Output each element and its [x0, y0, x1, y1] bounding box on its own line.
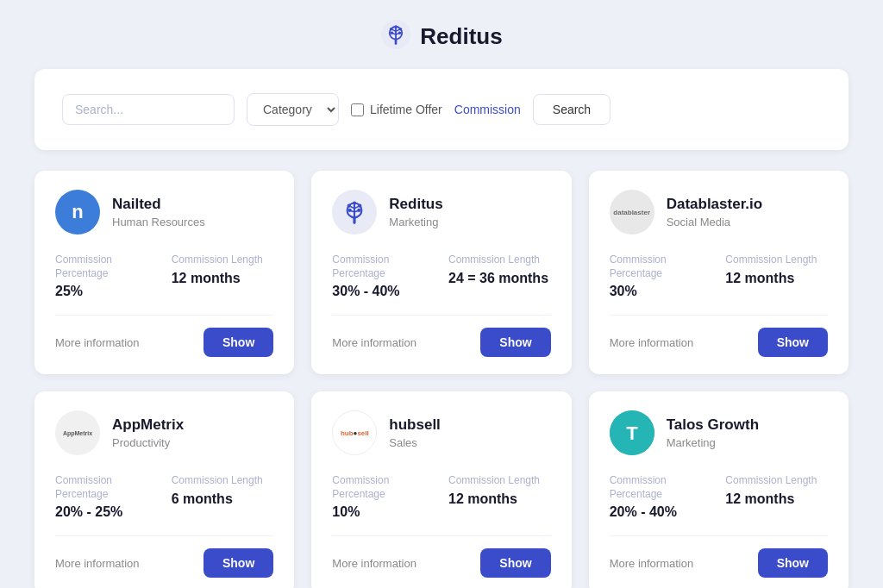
commission-percentage-label: Commission Percentage [55, 253, 158, 280]
card-header: datablaster Datablaster.io Social Media [610, 190, 828, 235]
commission-length-stat: Commission Length 6 months [172, 474, 274, 520]
cards-grid: n Nailted Human Resources Commission Per… [0, 171, 883, 588]
card-datablaster: datablaster Datablaster.io Social Media … [589, 171, 849, 374]
commission-length-label: Commission Length [172, 253, 274, 267]
commission-length-stat: Commission Length 12 months [725, 253, 828, 299]
card-footer: More information Show [55, 315, 273, 357]
commission-percentage-label: Commission Percentage [610, 474, 712, 501]
card-nailted: n Nailted Human Resources Commission Per… [34, 171, 294, 374]
card-info: Talos Growth Marketing [667, 416, 828, 449]
card-logo: AppMetrix [55, 410, 100, 455]
commission-percentage-stat: Commission Percentage 20% - 25% [55, 474, 158, 520]
card-category: Human Resources [112, 216, 273, 228]
card-category: Social Media [667, 216, 828, 228]
card-info: AppMetrix Productivity [112, 416, 273, 449]
commission-percentage-label: Commission Percentage [332, 253, 435, 280]
commission-percentage-label: Commission Percentage [55, 474, 158, 501]
commission-length-value: 12 months [172, 271, 274, 286]
card-header: AppMetrix AppMetrix Productivity [55, 410, 273, 455]
card-reditus: Reditus Marketing Commission Percentage … [311, 171, 571, 374]
commission-length-stat: Commission Length 12 months [448, 474, 551, 520]
commission-percentage-value: 30% [610, 284, 712, 299]
card-footer: More information Show [610, 315, 828, 357]
svg-point-22 [348, 209, 352, 212]
card-category: Marketing [389, 216, 550, 228]
commission-percentage-value: 30% - 40% [332, 284, 435, 299]
more-info-link[interactable]: More information [55, 557, 140, 570]
card-logo [332, 190, 377, 235]
card-footer: More information Show [332, 535, 550, 578]
more-info-link[interactable]: More information [332, 336, 416, 349]
card-name: Talos Growth [667, 416, 828, 434]
card-hubsell: hub●sell hubsell Sales Commission Percen… [311, 391, 571, 588]
search-button[interactable]: Search [533, 94, 611, 125]
lifetime-offer-checkbox[interactable] [351, 103, 364, 116]
svg-point-10 [391, 31, 394, 34]
commission-percentage-stat: Commission Percentage 30% - 40% [332, 253, 435, 299]
svg-point-20 [348, 204, 351, 208]
card-header: T Talos Growth Marketing [610, 410, 828, 455]
commission-length-value: 12 months [725, 491, 828, 507]
header: Reditus [0, 0, 883, 69]
commission-length-label: Commission Length [448, 474, 551, 488]
commission-length-stat: Commission Length 12 months [172, 253, 274, 299]
card-info: hubsell Sales [389, 416, 550, 449]
header-logo [380, 19, 411, 53]
commission-length-value: 12 months [448, 491, 551, 507]
svg-rect-1 [395, 39, 398, 44]
more-info-link[interactable]: More information [610, 557, 694, 570]
card-appmetrix: AppMetrix AppMetrix Productivity Commiss… [34, 391, 294, 588]
show-button[interactable]: Show [480, 548, 550, 578]
lifetime-offer-label[interactable]: Lifetime Offer [351, 103, 442, 116]
show-button[interactable]: Show [204, 328, 273, 357]
show-button[interactable]: Show [204, 548, 273, 578]
commission-percentage-value: 20% - 40% [610, 504, 712, 520]
svg-point-24 [353, 201, 356, 204]
show-button[interactable]: Show [480, 328, 550, 357]
card-header: hub●sell hubsell Sales [332, 410, 550, 455]
svg-point-9 [399, 28, 403, 31]
card-talos: T Talos Growth Marketing Commission Perc… [589, 391, 849, 588]
show-button[interactable]: Show [758, 328, 828, 357]
more-info-link[interactable]: More information [610, 336, 694, 349]
commission-length-value: 6 months [172, 491, 274, 507]
svg-text:T: T [626, 422, 638, 444]
card-stats: Commission Percentage 20% - 25% Commissi… [55, 474, 273, 520]
search-bar-wrapper: Category Lifetime Offer Commission Searc… [34, 69, 849, 150]
category-select[interactable]: Category [247, 93, 339, 126]
card-name: Reditus [389, 196, 550, 213]
more-info-link[interactable]: More information [332, 557, 416, 570]
more-info-link[interactable]: More information [55, 336, 140, 349]
app-title: Reditus [420, 23, 502, 50]
svg-point-12 [395, 25, 398, 28]
card-logo: hub●sell [332, 410, 377, 455]
search-input[interactable] [62, 94, 235, 125]
commission-link[interactable]: Commission [454, 103, 521, 116]
card-logo: datablaster [610, 190, 654, 235]
commission-length-label: Commission Length [725, 253, 828, 267]
card-category: Marketing [667, 436, 828, 449]
card-footer: More information Show [55, 535, 273, 578]
commission-percentage-stat: Commission Percentage 30% [610, 253, 712, 299]
card-footer: More information Show [332, 315, 550, 357]
card-info: Reditus Marketing [389, 196, 550, 228]
card-header: n Nailted Human Resources [55, 190, 273, 235]
commission-length-value: 24 = 36 months [448, 271, 551, 286]
card-header: Reditus Marketing [332, 190, 550, 235]
card-logo: T [610, 410, 654, 455]
card-stats: Commission Percentage 25% Commission Len… [55, 253, 273, 299]
svg-rect-13 [354, 217, 356, 223]
card-stats: Commission Percentage 30% Commission Len… [610, 253, 828, 299]
svg-point-21 [359, 204, 362, 208]
commission-percentage-label: Commission Percentage [610, 253, 712, 280]
commission-length-label: Commission Length [172, 474, 274, 488]
card-stats: Commission Percentage 30% - 40% Commissi… [332, 253, 550, 299]
commission-length-value: 12 months [725, 271, 828, 286]
show-button[interactable]: Show [758, 548, 828, 578]
card-name: Nailted [112, 196, 273, 213]
card-logo: n [55, 190, 100, 235]
svg-point-8 [390, 28, 393, 31]
card-name: hubsell [389, 416, 550, 434]
card-name: Datablaster.io [667, 196, 828, 213]
card-category: Productivity [112, 436, 273, 449]
